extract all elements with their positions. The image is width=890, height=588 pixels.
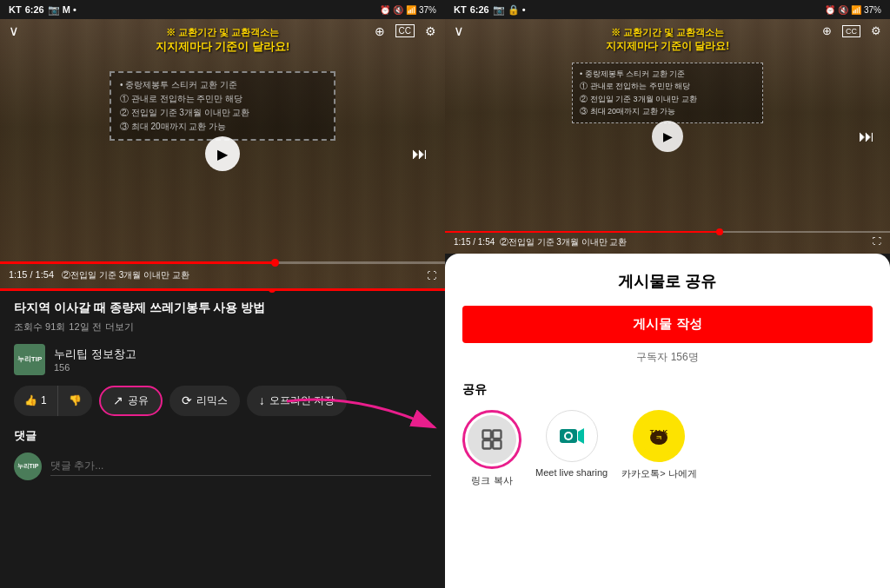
time-ago: 12일 전 — [69, 320, 101, 334]
right-info-1: ① 관내로 전입하는 주민만 해당 — [580, 80, 755, 92]
wifi-icon: 📶 — [406, 5, 416, 15]
right-info-3: ③ 최대 20매까지 교환 가능 — [580, 105, 755, 117]
remix-label: 리믹스 — [196, 393, 228, 408]
share-button[interactable]: ↗ 공유 — [99, 386, 163, 416]
post-button[interactable]: 게시물 작성 — [462, 306, 873, 343]
left-status-left: KT 6:26 📷 M • — [9, 4, 76, 16]
left-status-bar: KT 6:26 📷 M • ⏰ 🔇 📶 37% — [0, 0, 445, 19]
right-mute-icon: 🔇 — [838, 5, 848, 15]
right-status-right: ⏰ 🔇 📶 37% — [825, 5, 881, 15]
right-play-button[interactable]: ▶ — [652, 121, 683, 152]
svg-rect-3 — [493, 440, 501, 448]
alarm-icon: ⏰ — [380, 5, 390, 15]
share-item-kakao[interactable]: TALK ㅋ 카카오톡> 나에게 — [621, 410, 696, 480]
view-count: 조회수 91회 — [14, 320, 65, 334]
share-item-meet[interactable]: Meet live sharing — [535, 410, 608, 478]
remix-icon: ⟳ — [182, 393, 192, 407]
meet-label: Meet live sharing — [535, 467, 608, 478]
link-copy-highlight-ring — [462, 410, 521, 469]
right-video-info-box: • 중랑제봉투 스티커 교환 기준 ① 관내로 전입하는 주민만 해당 ② 전입… — [572, 63, 763, 123]
video-progress-bar[interactable] — [0, 261, 445, 264]
right-video-overlay: ※ 교환기간 및 교환객소는 지지제마다 기준이 달라요! — [606, 26, 730, 54]
skip-next-icon[interactable]: ⏭ — [412, 145, 428, 163]
right-settings-icon[interactable]: ⚙ — [871, 24, 881, 37]
dislike-button[interactable]: 👎 — [58, 386, 92, 416]
subtitle-text: ②전입일 기준 3개월 이내만 교환 — [62, 270, 189, 280]
red-dot — [269, 288, 276, 293]
right-status-icons: 📷 🔒 • — [493, 4, 526, 16]
right-wifi-icon: 📶 — [851, 5, 861, 15]
video-time-row: 1:15 / 1:54 ②전입일 기준 3개월 이내만 교환 ⛶ — [9, 269, 436, 281]
right-cast-icon[interactable]: ⊕ — [822, 24, 832, 37]
svg-rect-2 — [483, 440, 491, 448]
right-info-0: • 중랑제봉투 스티커 교환 기준 — [580, 68, 755, 80]
left-status-right: ⏰ 🔇 📶 37% — [380, 5, 436, 15]
right-status-left: KT 6:26 📷 🔒 • — [454, 4, 526, 16]
mute-icon: 🔇 — [393, 5, 403, 15]
video-meta: 조회수 91회 12일 전 더보기 — [14, 320, 431, 334]
right-info-2: ② 전입일 기준 3개월 이내만 교환 — [580, 93, 755, 105]
share-item-link-copy[interactable]: 링크 복사 — [462, 410, 521, 487]
svg-point-7 — [566, 433, 571, 439]
fullscreen-icon[interactable]: ⛶ — [427, 270, 436, 281]
share-sheet: 게시물로 공유 게시물 작성 구독자 156명 공유 — [445, 254, 890, 588]
channel-name[interactable]: 누리팁 정보창고 — [54, 347, 136, 362]
video-title: 타지역 이사갈 때 종량제 쓰레기봉투 사용 방법 — [14, 300, 431, 317]
right-video-time: 1:15 / 1:54 ②전입일 기준 3개월 이내만 교환 ⛶ — [454, 236, 881, 248]
right-progress-bar[interactable] — [445, 231, 890, 233]
cast-icon[interactable]: ⊕ — [375, 24, 385, 38]
share-icons-row: 링크 복사 Meet live — [462, 410, 873, 487]
status-icons: 📷 M • — [48, 4, 76, 16]
video-player[interactable]: ∨ ⊕ CC ⚙ ※ 교환기간 및 교환객소는 지지제마다 기준이 달라요! •… — [0, 19, 445, 288]
right-alarm-icon: ⏰ — [825, 5, 835, 15]
info-line-0: • 중랑제봉투 스티커 교환 기준 — [120, 78, 325, 92]
right-phone-panel: KT 6:26 📷 🔒 • ⏰ 🔇 📶 37% ∨ ⊕ CC ⚙ ※ 교환기간 … — [445, 0, 890, 588]
meet-icon-circle — [546, 410, 598, 462]
content-area: 타지역 이사갈 때 종량제 쓰레기봉투 사용 방법 조회수 91회 12일 전 … — [0, 288, 445, 588]
kakao-label: 카카오톡> 나에게 — [621, 467, 696, 480]
more-link[interactable]: 더보기 — [105, 320, 134, 334]
play-button[interactable]: ▶ — [205, 136, 240, 171]
cc-icon[interactable]: CC — [395, 24, 415, 37]
svg-rect-0 — [483, 431, 491, 439]
info-line-2: ② 전입일 기준 3개월 이내만 교환 — [120, 106, 325, 120]
time-text: 6:26 — [25, 4, 44, 15]
info-line-1: ① 관내로 전입하는 주민만 해당 — [120, 92, 325, 106]
action-buttons: 👍 1 👎 ↗ 공유 ⟳ 리믹스 ↓ 오프라인 저장 — [14, 386, 431, 416]
like-button[interactable]: 👍 1 — [14, 386, 58, 416]
right-skip-icon[interactable]: ⏭ — [859, 128, 874, 146]
share-sheet-title: 게시물로 공유 — [462, 271, 873, 292]
left-phone-panel: KT 6:26 📷 M • ⏰ 🔇 📶 37% ∨ ⊕ CC ⚙ ※ 교환기간 … — [0, 0, 445, 588]
right-video-player[interactable]: ∨ ⊕ CC ⚙ ※ 교환기간 및 교환객소는 지지제마다 기준이 달라요! •… — [445, 19, 890, 254]
right-chevron-down-icon[interactable]: ∨ — [454, 23, 464, 39]
settings-icon[interactable]: ⚙ — [425, 24, 436, 38]
chevron-down-icon[interactable]: ∨ — [9, 23, 19, 39]
channel-avatar: 누리 TIP — [14, 344, 45, 375]
right-progress-fill — [445, 231, 721, 233]
download-icon: ↓ — [259, 393, 265, 407]
channel-info: 누리팁 정보창고 156 — [54, 347, 136, 373]
info-line-3: ③ 최대 20매까지 교환 가능 — [120, 120, 325, 134]
svg-rect-1 — [493, 431, 501, 439]
remix-button[interactable]: ⟳ 리믹스 — [169, 386, 240, 416]
video-time-current: 1:15 / 1:54 ②전입일 기준 3개월 이내만 교환 — [9, 269, 189, 281]
kakao-icon-circle: TALK ㅋ — [633, 410, 685, 462]
battery-text: 37% — [419, 5, 436, 15]
sub-count: 156 — [54, 362, 136, 373]
share-label: 공유 — [128, 393, 149, 408]
right-fullscreen-icon[interactable]: ⛶ — [873, 236, 881, 248]
red-progress-line — [0, 288, 445, 291]
video-top-icons: ⊕ CC ⚙ — [375, 24, 436, 38]
offline-button[interactable]: ↓ 오프라인 저장 — [247, 386, 347, 416]
svg-text:ㅋ: ㅋ — [655, 434, 662, 442]
comment-input-row: 누리 TIP — [14, 453, 431, 480]
right-cc-icon[interactable]: CC — [842, 25, 860, 37]
like-dislike-group: 👍 1 👎 — [14, 386, 92, 416]
subscriber-count: 구독자 156명 — [462, 350, 873, 365]
comment-avatar: 누리 TIP — [14, 453, 42, 480]
link-copy-label: 링크 복사 — [471, 474, 512, 487]
share-section-label: 공유 — [462, 382, 873, 398]
offline-label: 오프라인 저장 — [269, 393, 335, 408]
comment-input[interactable] — [50, 456, 431, 476]
link-copy-icon-circle — [468, 415, 516, 464]
